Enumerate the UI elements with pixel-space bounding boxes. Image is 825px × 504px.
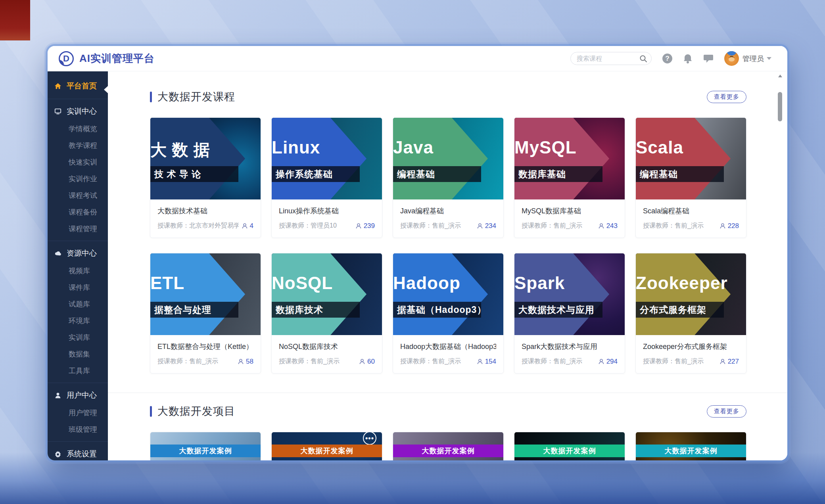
sidebar-item[interactable]: 数据集: [48, 346, 108, 362]
section-title-bar: [150, 92, 152, 102]
app-title: AI实训管理平台: [79, 52, 155, 65]
help-icon[interactable]: ?: [662, 54, 672, 63]
course-cover-image: 大 数 据技 术 导 论: [150, 118, 261, 199]
sidebar-item[interactable]: 实训作业: [48, 171, 108, 187]
course-teacher: 授课教师：售前_演示: [279, 357, 340, 366]
search-icon[interactable]: [639, 55, 647, 63]
course-teacher: 授课教师：售前_演示: [157, 357, 218, 366]
user-avatar[interactable]: [724, 51, 739, 66]
sidebar-divider: [48, 383, 108, 383]
project-banner: 大数据开发案例: [636, 445, 746, 457]
course-teacher: 授课教师：售前_演示: [643, 357, 704, 366]
course-teacher: 授课教师：售前_演示: [400, 357, 461, 366]
sidebar-group-cloud[interactable]: 资源中心: [48, 244, 108, 263]
course-teacher: 授课教师：北京市对外贸易学校教...: [157, 222, 239, 230]
cover-subtitle: 大数据技术与应用: [514, 302, 602, 318]
sidebar-group-user[interactable]: 用户中心: [48, 386, 108, 404]
scrollbar-up-arrow-icon[interactable]: [778, 75, 782, 77]
sidebar-divider: [48, 99, 108, 99]
course-teacher: 授课教师：售前_演示: [643, 222, 704, 230]
course-card[interactable]: MySQL数据库基础MySQL数据库基础授课教师：售前_演示243: [514, 117, 625, 238]
course-card[interactable]: Linux操作系统基础Linux操作系统基础授课教师：管理员10239: [271, 117, 382, 238]
chevron-down-icon[interactable]: [767, 57, 771, 60]
view-more-button[interactable]: 查看更多: [707, 405, 746, 418]
course-cover-image: MySQL数据库基础: [514, 118, 625, 199]
cover-big-title: ETL: [150, 273, 184, 293]
sidebar-item[interactable]: 实训库: [48, 329, 108, 346]
more-dots-icon: •••: [363, 432, 376, 445]
cover-subtitle: 编程基础: [636, 166, 724, 182]
course-student-count: 228: [719, 222, 739, 230]
header-right: ? 管理员: [570, 51, 771, 66]
sidebar-item[interactable]: 快速实训: [48, 154, 108, 171]
user-name[interactable]: 管理员: [742, 54, 764, 63]
sidebar-item[interactable]: 试题库: [48, 296, 108, 312]
cover-big-title: Linux: [272, 138, 320, 157]
cover-subtitle: 据整合与处理: [150, 302, 238, 318]
course-cover-image: Hadoop据基础（Hadoop3）: [393, 253, 503, 335]
course-title: NoSQL数据库技术: [279, 342, 375, 351]
sidebar-item[interactable]: 课程管理: [48, 220, 108, 237]
course-title: 大数据技术基础: [157, 206, 253, 216]
app-header: D AI实训管理平台 ?: [48, 46, 787, 71]
sidebar-divider: [48, 441, 108, 442]
message-icon[interactable]: [703, 54, 714, 63]
sidebar-item[interactable]: 用户管理: [48, 404, 108, 421]
course-title: ETL数据整合与处理（Kettle）: [157, 342, 253, 351]
sidebar-item[interactable]: 工具库: [48, 362, 108, 379]
course-card[interactable]: Scala编程基础Scala编程基础授课教师：售前_演示228: [635, 117, 746, 238]
app-logo-letter: D: [63, 54, 69, 64]
course-student-count: 234: [477, 222, 496, 230]
course-card[interactable]: Java编程基础Java编程基础授课教师：售前_演示234: [393, 117, 504, 238]
course-student-count: 60: [359, 358, 375, 366]
project-card[interactable]: 大数据开发案例: [635, 432, 746, 460]
project-card[interactable]: 大数据开发案例: [514, 432, 625, 460]
sidebar-item-home[interactable]: 平台首页: [48, 77, 108, 95]
view-more-button[interactable]: 查看更多: [707, 91, 746, 103]
search-box: [570, 52, 652, 65]
cover-big-title: MySQL: [514, 138, 577, 157]
sidebar-item[interactable]: 课程考试: [48, 187, 108, 204]
course-row-2: ETL据整合与处理ETL数据整合与处理（Kettle）授课教师：售前_演示58N…: [150, 253, 746, 374]
course-teacher: 授课教师：售前_演示: [522, 357, 582, 366]
cover-subtitle: 数据库基础: [514, 166, 602, 182]
cover-big-title: Spark: [514, 273, 565, 293]
course-student-count: 239: [355, 222, 375, 230]
course-title: Linux操作系统基础: [279, 206, 375, 216]
course-card[interactable]: 大 数 据技 术 导 论大数据技术基础授课教师：北京市对外贸易学校教...4: [150, 117, 261, 238]
sidebar-item[interactable]: 班级管理: [48, 421, 108, 438]
sidebar-item[interactable]: 课件库: [48, 279, 108, 296]
sidebar-item[interactable]: 教学课程: [48, 137, 108, 154]
course-card[interactable]: ETL据整合与处理ETL数据整合与处理（Kettle）授课教师：售前_演示58: [150, 253, 261, 374]
sidebar: 平台首页实训中心学情概览教学课程快速实训实训作业课程考试课程备份课程管理资源中心…: [48, 71, 108, 460]
course-student-count: 243: [598, 222, 618, 230]
course-card[interactable]: NoSQL数据库技术NoSQL数据库技术授课教师：售前_演示60: [271, 253, 382, 374]
sidebar-item[interactable]: 环境库: [48, 312, 108, 329]
cover-big-title: 大 数 据: [150, 139, 210, 161]
course-title: Hadoop大数据基础（Hadoop3）: [400, 342, 496, 351]
course-card[interactable]: Zookeeper分布式服务框架Zookeeper分布式服务框架授课教师：售前_…: [635, 253, 746, 374]
project-card[interactable]: 大数据开发案例: [393, 432, 504, 460]
course-cover-image: Java编程基础: [393, 118, 503, 199]
scrollbar[interactable]: [777, 73, 783, 458]
project-cover-image: 大数据开发案例: [514, 432, 625, 460]
sidebar-item[interactable]: 课程备份: [48, 204, 108, 220]
cover-subtitle: 据基础（Hadoop3）: [393, 302, 481, 318]
sidebar-group-monitor[interactable]: 实训中心: [48, 102, 108, 121]
scrollbar-thumb[interactable]: [778, 92, 782, 121]
sidebar-group-gear[interactable]: 系统设置: [48, 445, 108, 460]
project-card[interactable]: 大数据开发案例: [150, 432, 261, 460]
bell-icon[interactable]: [683, 54, 693, 64]
app-logo-icon: D: [59, 51, 74, 66]
course-student-count: 4: [242, 222, 253, 230]
course-cover-image: Scala编程基础: [636, 118, 746, 199]
cover-subtitle: 数据库技术: [272, 302, 360, 318]
course-card[interactable]: Hadoop据基础（Hadoop3）Hadoop大数据基础（Hadoop3）授课…: [393, 253, 504, 374]
sidebar-item[interactable]: 学情概览: [48, 121, 108, 137]
course-student-count: 58: [238, 358, 253, 366]
course-row-1: 大 数 据技 术 导 论大数据技术基础授课教师：北京市对外贸易学校教...4Li…: [150, 117, 746, 238]
course-cover-image: Zookeeper分布式服务框架: [636, 253, 746, 335]
project-card[interactable]: •••大数据开发案例: [271, 432, 382, 460]
course-card[interactable]: Spark大数据技术与应用Spark大数据技术与应用授课教师：售前_演示294: [514, 253, 625, 374]
sidebar-item[interactable]: 视频库: [48, 263, 108, 279]
